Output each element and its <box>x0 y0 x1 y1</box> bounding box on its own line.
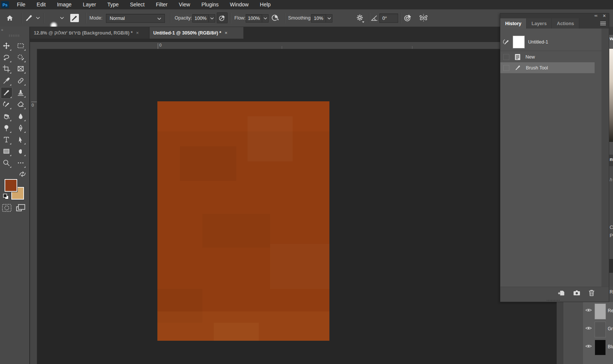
move-tool[interactable] <box>1 41 12 51</box>
panel-close-icon[interactable]: × <box>603 13 606 19</box>
foreground-color-swatch[interactable] <box>5 179 17 192</box>
menu-layer[interactable]: Layer <box>77 0 102 9</box>
channel-label: Gr <box>608 326 613 331</box>
pressure-opacity-toggle[interactable] <box>217 12 228 23</box>
menu-help[interactable]: Help <box>254 0 276 9</box>
document-tab-untitled[interactable]: Untitled-1 @ 3050% (RGB/8#) * × <box>149 27 243 39</box>
menu-edit[interactable]: Edit <box>31 0 51 9</box>
pressure-size-toggle[interactable] <box>404 14 412 22</box>
eye-icon[interactable] <box>585 326 592 331</box>
vertical-ruler[interactable]: 0 <box>30 49 37 364</box>
tab-close-icon[interactable]: × <box>225 30 228 36</box>
eye-icon[interactable] <box>585 308 592 313</box>
toolbar-collapse-icon[interactable]: « <box>1 28 3 32</box>
history-scrollbar[interactable] <box>601 29 609 287</box>
document-canvas[interactable] <box>157 101 329 341</box>
menu-file[interactable]: File <box>11 0 31 9</box>
menu-filter[interactable]: Filter <box>150 0 173 9</box>
rectangle-tool[interactable] <box>1 146 12 156</box>
channel-row-blue[interactable]: Blu <box>583 338 613 356</box>
channel-thumbnail[interactable] <box>595 304 606 319</box>
paint-symmetry-butterfly-icon[interactable] <box>418 13 429 23</box>
brush-tool-preset-icon[interactable] <box>25 14 33 22</box>
document-tab-purim[interactable]: 12.8% @ קולאז' פורים (Background, RGB/8)… <box>30 27 149 39</box>
opacity-input[interactable]: 100% <box>192 14 209 23</box>
quick-mask-mode-icon[interactable] <box>2 204 12 212</box>
zoom-tool[interactable] <box>1 158 12 168</box>
marquee-tool[interactable] <box>15 41 26 51</box>
brush-picker-chevron-icon[interactable] <box>60 17 64 19</box>
toolbar-grip[interactable] <box>9 35 20 37</box>
screen-mode-icon[interactable] <box>16 203 26 212</box>
default-colors-icon[interactable] <box>3 193 9 200</box>
paint-bucket-tool[interactable] <box>1 111 12 122</box>
history-source-checkbox[interactable] <box>503 54 509 60</box>
panel-edge-strip <box>557 302 564 364</box>
panel-collapse-icon[interactable]: «« <box>594 14 597 18</box>
snapshot-thumbnail[interactable] <box>513 36 525 48</box>
hand-tool[interactable] <box>15 146 26 156</box>
menu-select[interactable]: Select <box>124 0 150 9</box>
delete-trash-icon[interactable] <box>589 290 595 296</box>
new-document-from-state-icon[interactable] <box>558 290 565 296</box>
blur-tool[interactable] <box>15 111 26 122</box>
path-selection-tool[interactable] <box>15 134 26 145</box>
lasso-tool[interactable] <box>1 52 12 63</box>
history-step-new[interactable]: New <box>500 51 602 62</box>
tab-close-icon[interactable]: × <box>136 30 139 36</box>
clipped-channel-label-rgb: RG <box>610 289 613 295</box>
tab-history[interactable]: History <box>500 18 527 29</box>
flow-chevron[interactable] <box>262 14 269 23</box>
eyedropper-tool[interactable] <box>1 75 12 86</box>
smoothing-input[interactable]: 10% <box>311 14 326 23</box>
history-step-brush-tool[interactable]: Brush Tool <box>500 62 595 73</box>
frame-tool[interactable] <box>15 63 26 74</box>
crop-tool[interactable] <box>1 63 12 74</box>
menu-plugins[interactable]: Plugins <box>196 0 224 9</box>
menu-window[interactable]: Window <box>224 0 254 9</box>
preset-chevron-icon[interactable] <box>36 17 40 19</box>
smoothing-options-gear-icon[interactable] <box>356 14 364 21</box>
menu-view[interactable]: View <box>173 0 196 9</box>
blend-mode-select[interactable]: Normal <box>106 14 165 23</box>
channel-row-red[interactable]: Re <box>583 302 613 320</box>
pen-tool[interactable] <box>15 123 26 133</box>
menu-image[interactable]: Image <box>51 0 77 9</box>
smoothing-chevron[interactable] <box>326 14 332 23</box>
channel-row-green[interactable]: Gr <box>583 320 613 338</box>
edit-toolbar-ellipsis[interactable] <box>15 158 26 168</box>
document-tab-title: Untitled-1 @ 3050% (RGB/8#) * <box>153 30 221 36</box>
channel-thumbnail[interactable] <box>595 340 606 355</box>
history-source-checkbox[interactable] <box>503 65 509 71</box>
brush-angle-input[interactable]: 0° <box>379 14 398 23</box>
clipped-text-fragment: P <box>610 233 613 238</box>
ruler-origin-corner[interactable] <box>30 42 37 49</box>
tab-actions[interactable]: Actions <box>552 18 579 29</box>
dodge-tool[interactable] <box>1 123 12 133</box>
tab-layers[interactable]: Layers <box>527 18 552 29</box>
channel-thumbnail[interactable] <box>595 322 606 337</box>
eye-icon[interactable] <box>585 344 592 349</box>
brush-tool-selected[interactable] <box>1 87 12 99</box>
brush-settings-panel-toggle[interactable] <box>70 14 79 23</box>
eraser-tool[interactable] <box>15 99 26 110</box>
home-button[interactable] <box>6 14 14 22</box>
new-snapshot-camera-icon[interactable] <box>573 290 580 296</box>
swap-colors-icon[interactable] <box>19 171 26 177</box>
flow-input[interactable]: 100% <box>246 14 262 23</box>
tab-history-label: History <box>505 21 521 26</box>
panel-resize-grip[interactable] <box>500 299 609 302</box>
spot-healing-brush-tool[interactable] <box>15 75 26 86</box>
panel-header: «« × <box>500 14 609 18</box>
type-tool[interactable] <box>1 134 12 145</box>
history-brush-tool[interactable] <box>1 99 12 110</box>
panel-menu-icon[interactable] <box>600 21 606 26</box>
history-snapshot-row[interactable]: Untitled-1 <box>500 33 602 50</box>
clone-stamp-tool[interactable] <box>15 87 26 98</box>
object-selection-tool[interactable] <box>15 52 26 63</box>
history-brush-source-icon[interactable] <box>503 38 510 45</box>
smoothing-label: Smoothing: <box>288 15 312 21</box>
airbrush-toggle[interactable] <box>271 14 279 22</box>
opacity-chevron[interactable] <box>208 14 215 23</box>
menu-type[interactable]: Type <box>102 0 124 9</box>
